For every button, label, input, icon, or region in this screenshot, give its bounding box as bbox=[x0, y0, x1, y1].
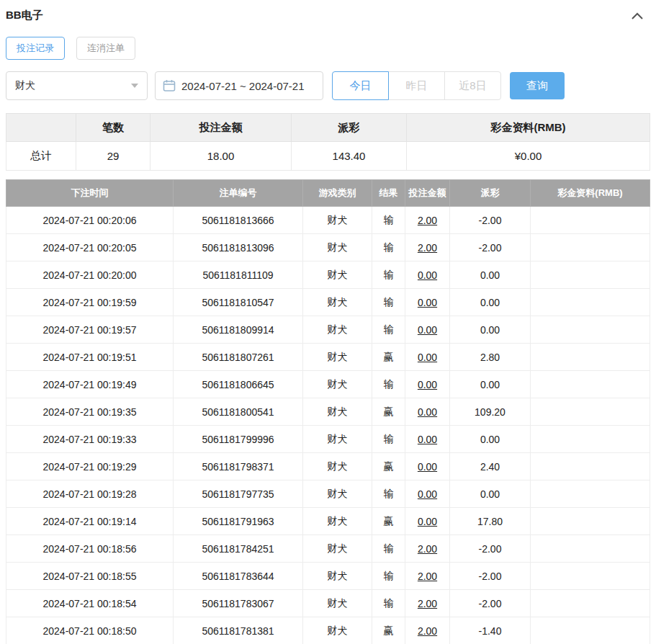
cell-order-id: 5061181791963 bbox=[174, 508, 303, 535]
bet-amount-link[interactable]: 2.00 bbox=[405, 207, 450, 234]
records-header-row: 下注时间 注单编号 游戏类别 结果 投注金额 派彩 彩金资料(RMB) bbox=[6, 180, 650, 207]
cell-bet-time: 2024-07-21 00:20:06 bbox=[6, 207, 174, 234]
cell-bet-time: 2024-07-21 00:19:29 bbox=[6, 453, 174, 480]
filter-bar: 财犬 2024-07-21 ~ 2024-07-21 今日 昨日 近8日 查询 bbox=[6, 70, 650, 113]
cell-game-type: 财犬 bbox=[303, 590, 372, 617]
header-result: 结果 bbox=[372, 180, 405, 207]
cell-bet-time: 2024-07-21 00:18:50 bbox=[6, 617, 174, 644]
cell-order-id: 5061181809914 bbox=[174, 316, 303, 344]
cell-game-type: 财犬 bbox=[303, 508, 372, 535]
header-game-type: 游戏类别 bbox=[303, 180, 372, 207]
bet-amount-link[interactable]: 2.00 bbox=[405, 590, 450, 617]
table-row: 2024-07-21 00:19:595061181810547财犬输0.000… bbox=[6, 289, 650, 316]
cell-order-id: 5061181813096 bbox=[174, 234, 303, 261]
cell-order-id: 5061181813666 bbox=[174, 207, 303, 234]
cell-payout: 17.80 bbox=[450, 508, 531, 535]
cell-result: 赢 bbox=[372, 398, 405, 426]
bet-amount-link[interactable]: 2.00 bbox=[405, 234, 450, 261]
cell-game-type: 财犬 bbox=[303, 426, 372, 453]
cell-bonus bbox=[531, 207, 650, 234]
cell-bet-time: 2024-07-21 00:19:14 bbox=[6, 508, 174, 535]
cell-order-id: 5061181811109 bbox=[174, 261, 303, 289]
cell-bet-time: 2024-07-21 00:18:55 bbox=[6, 563, 174, 590]
tab-cancelled-orders[interactable]: 连消注单 bbox=[76, 37, 135, 60]
table-row: 2024-07-21 00:19:495061181806645财犬输0.000… bbox=[6, 371, 650, 398]
summary-header-payout: 派彩 bbox=[292, 114, 407, 142]
cell-result: 输 bbox=[372, 480, 405, 508]
panel-title: BB电子 bbox=[6, 9, 43, 22]
cell-result: 输 bbox=[372, 590, 405, 617]
bet-amount-link[interactable]: 0.00 bbox=[405, 480, 450, 508]
cell-result: 输 bbox=[372, 207, 405, 234]
cell-game-type: 财犬 bbox=[303, 453, 372, 480]
cell-bonus bbox=[531, 371, 650, 398]
bet-amount-link[interactable]: 0.00 bbox=[405, 371, 450, 398]
cell-result: 赢 bbox=[372, 453, 405, 480]
cell-order-id: 5061181807261 bbox=[174, 344, 303, 371]
bet-amount-link[interactable]: 0.00 bbox=[405, 453, 450, 480]
cell-bonus bbox=[531, 344, 650, 371]
header-bonus: 彩金资料(RMB) bbox=[531, 180, 650, 207]
bet-amount-link[interactable]: 0.00 bbox=[405, 316, 450, 344]
bet-amount-link[interactable]: 2.00 bbox=[405, 617, 450, 644]
date-range-value: 2024-07-21 ~ 2024-07-21 bbox=[181, 80, 305, 92]
summary-header-blank bbox=[6, 114, 76, 142]
cell-bonus bbox=[531, 480, 650, 508]
cell-bet-time: 2024-07-21 00:20:05 bbox=[6, 234, 174, 261]
summary-header-bonus: 彩金资料(RMB) bbox=[407, 114, 650, 142]
table-row: 2024-07-21 00:19:515061181807261财犬赢0.002… bbox=[6, 344, 650, 371]
game-select[interactable]: 财犬 bbox=[6, 71, 148, 100]
cell-payout: -2.00 bbox=[450, 590, 531, 617]
bet-amount-link[interactable]: 0.00 bbox=[405, 261, 450, 289]
bet-amount-link[interactable]: 2.00 bbox=[405, 563, 450, 590]
cell-bonus bbox=[531, 426, 650, 453]
cell-payout: 0.00 bbox=[450, 480, 531, 508]
summary-header-bet-amount: 投注金额 bbox=[150, 114, 292, 142]
date-range-input[interactable]: 2024-07-21 ~ 2024-07-21 bbox=[155, 71, 323, 100]
cell-bet-time: 2024-07-21 00:19:51 bbox=[6, 344, 174, 371]
cell-bet-time: 2024-07-21 00:19:49 bbox=[6, 371, 174, 398]
cell-bet-time: 2024-07-21 00:19:59 bbox=[6, 289, 174, 316]
bet-amount-link[interactable]: 0.00 bbox=[405, 344, 450, 371]
bet-amount-link[interactable]: 0.00 bbox=[405, 426, 450, 453]
last-8-days-button[interactable]: 近8日 bbox=[444, 71, 501, 100]
cell-game-type: 财犬 bbox=[303, 344, 372, 371]
cell-result: 输 bbox=[372, 261, 405, 289]
tab-bet-records[interactable]: 投注记录 bbox=[6, 37, 65, 60]
table-row: 2024-07-21 00:19:285061181797735财犬输0.000… bbox=[6, 480, 650, 508]
cell-result: 赢 bbox=[372, 617, 405, 644]
cell-order-id: 5061181798371 bbox=[174, 453, 303, 480]
collapse-panel-button[interactable] bbox=[627, 9, 647, 22]
table-row: 2024-07-21 00:19:335061181799996财犬输0.000… bbox=[6, 426, 650, 453]
yesterday-button[interactable]: 昨日 bbox=[388, 71, 445, 100]
search-button[interactable]: 查询 bbox=[510, 72, 565, 99]
today-button[interactable]: 今日 bbox=[332, 71, 389, 100]
bet-amount-link[interactable]: 0.00 bbox=[405, 398, 450, 426]
cell-game-type: 财犬 bbox=[303, 563, 372, 590]
cell-bonus bbox=[531, 453, 650, 480]
table-row: 2024-07-21 00:19:575061181809914财犬输0.000… bbox=[6, 316, 650, 344]
cell-bet-time: 2024-07-21 00:18:54 bbox=[6, 590, 174, 617]
chevron-up-icon bbox=[632, 12, 643, 19]
cell-result: 赢 bbox=[372, 344, 405, 371]
summary-total-bonus: ¥0.00 bbox=[407, 142, 650, 171]
bet-amount-link[interactable]: 0.00 bbox=[405, 508, 450, 535]
summary-total-count: 29 bbox=[76, 142, 150, 171]
cell-game-type: 财犬 bbox=[303, 617, 372, 644]
table-row: 2024-07-21 00:20:055061181813096财犬输2.00-… bbox=[6, 234, 650, 261]
table-row: 2024-07-21 00:20:065061181813666财犬输2.00-… bbox=[6, 207, 650, 234]
table-row: 2024-07-21 00:19:145061181791963财犬赢0.001… bbox=[6, 508, 650, 535]
cell-result: 输 bbox=[372, 234, 405, 261]
table-row: 2024-07-21 00:20:005061181811109财犬输0.000… bbox=[6, 261, 650, 289]
table-row: 2024-07-21 00:18:505061181781381财犬赢2.00-… bbox=[6, 617, 650, 644]
bet-amount-link[interactable]: 0.00 bbox=[405, 289, 450, 316]
cell-order-id: 5061181810547 bbox=[174, 289, 303, 316]
bet-amount-link[interactable]: 2.00 bbox=[405, 535, 450, 563]
cell-bet-time: 2024-07-21 00:19:57 bbox=[6, 316, 174, 344]
cell-bet-time: 2024-07-21 00:19:33 bbox=[6, 426, 174, 453]
cell-result: 输 bbox=[372, 371, 405, 398]
cell-bonus bbox=[531, 535, 650, 563]
cell-payout: 0.00 bbox=[450, 426, 531, 453]
cell-order-id: 5061181783067 bbox=[174, 590, 303, 617]
cell-game-type: 财犬 bbox=[303, 535, 372, 563]
